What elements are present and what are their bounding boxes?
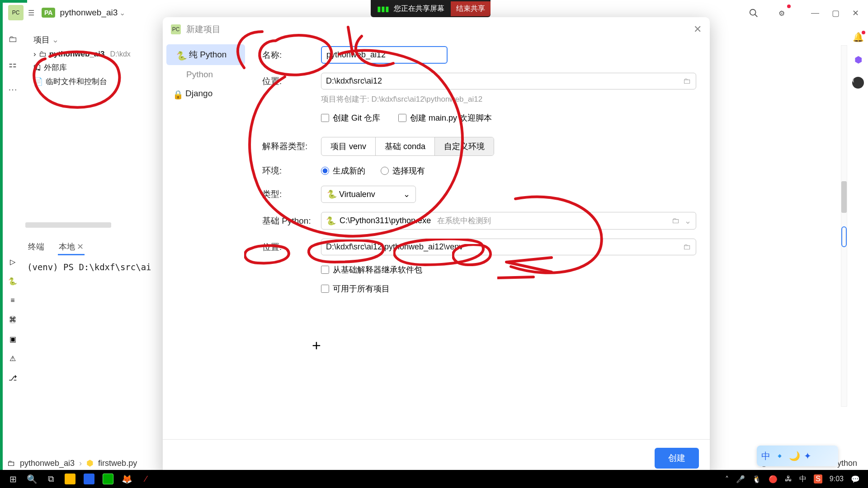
seg-base-conda[interactable]: 基础 conda [376, 137, 435, 155]
checkbox-create-git[interactable]: 创建 Git 仓库 [321, 113, 380, 123]
file-explorer-icon[interactable] [61, 470, 80, 488]
pycharm-taskbar-icon[interactable] [99, 470, 118, 488]
project-avatar: PA [42, 8, 55, 18]
tab-terminal[interactable]: 终端 [27, 239, 45, 255]
django-icon: 🔒 [173, 89, 181, 98]
label-environment: 环境: [262, 165, 321, 177]
svg-line-1 [755, 14, 758, 17]
run-tool-icon[interactable]: ▷ [10, 258, 15, 266]
more-tool-icon[interactable]: ⋯ [5, 82, 20, 97]
action-center-icon[interactable]: 💬 [851, 475, 860, 483]
minimize-icon[interactable]: — [811, 8, 819, 18]
taskbar-search-icon[interactable]: 🔍 [23, 470, 42, 488]
label-venv-location: 位置: [262, 241, 321, 253]
creation-path-hint: 项目将创建于: D:\kdxf\src\ai12\pythonweb_ai12 [321, 94, 696, 104]
maximize-icon[interactable]: ▢ [832, 8, 840, 18]
chevron-down-icon: ⌄ [403, 189, 410, 199]
browse-folder-icon[interactable]: 🗀 [672, 216, 680, 226]
breadcrumb-file[interactable]: firstweb.py [98, 459, 137, 468]
type-select[interactable]: 🐍 Virtualenv⌄ [321, 186, 416, 203]
python-icon: 🐍 [326, 216, 336, 226]
tray-app-icon[interactable]: 🔴 [769, 475, 778, 483]
seg-project-venv[interactable]: 项目 venv [321, 137, 376, 155]
collapse-panel-icon[interactable]: ‹ [852, 77, 864, 89]
pycharm-icon: PC [171, 24, 181, 34]
notifications-icon[interactable]: 🔔 [853, 32, 864, 42]
chevron-right-icon[interactable]: › [33, 50, 36, 59]
tray-mic-icon[interactable]: 🎤 [736, 475, 745, 483]
layers-tool-icon[interactable]: ≡ [10, 296, 14, 305]
taskbar-app-icon[interactable]: ⁄ [137, 470, 156, 488]
breadcrumb: 🗀 pythonweb_ai3 › ⬢ firstweb.py [7, 458, 137, 468]
browse-folder-icon[interactable]: 🗀 [683, 242, 691, 252]
start-button[interactable]: ⊞ [4, 470, 23, 488]
new-project-dialog: PC 新建项目 ✕ 🐍纯 Python Python 🔒Django 名称: p… [163, 17, 710, 477]
base-python-input[interactable]: 🐍 C:\Python311\python.exe 在系统中检测到 🗀⌄ [321, 212, 696, 230]
label-base-python: 基础 Python: [262, 215, 321, 227]
folder-tool-icon[interactable]: 🗀 [5, 32, 20, 46]
tray-app-icon[interactable]: 🐧 [752, 475, 761, 483]
problems-tool-icon[interactable]: ⚠ [9, 354, 16, 363]
project-name[interactable]: pythonweb_ai3 [60, 8, 118, 18]
git-tool-icon[interactable]: ⎇ [9, 374, 17, 382]
hamburger-icon[interactable]: ☰ [24, 5, 39, 20]
ime-widget[interactable]: 中🔹🌙✦ [757, 446, 838, 466]
template-django[interactable]: 🔒Django [163, 84, 249, 103]
browse-folder-icon[interactable]: 🗀 [683, 76, 691, 86]
template-python[interactable]: Python [163, 65, 249, 84]
tray-chevron-icon[interactable]: ˄ [725, 475, 729, 483]
ai-assistant-icon[interactable]: ⬢ [854, 54, 862, 65]
tray-network-icon[interactable]: 🖧 [785, 475, 792, 483]
radio-select-existing[interactable]: 选择现有 [381, 165, 425, 176]
location-input[interactable]: D:\kdxf\src\ai12🗀 [321, 73, 696, 89]
structure-tool-icon[interactable]: ⚏ [5, 57, 20, 71]
taskbar: ⊞ 🔍 ⧉ 🦊 ⁄ ˄ 🎤 🐧 🔴 🖧 中 S 9:03 💬 [0, 470, 868, 488]
scratches[interactable]: 📄 临时文件和控制台 [25, 75, 161, 89]
folder-icon: 🗀 [7, 459, 15, 468]
terminal-tool-icon[interactable]: ▣ [9, 335, 16, 343]
taskbar-app-icon[interactable] [80, 470, 99, 488]
pycharm-icon: PC [8, 5, 24, 20]
python-icon: 🐍 [176, 51, 184, 59]
task-view-icon[interactable]: ⧉ [42, 470, 61, 488]
dialog-close-icon[interactable]: ✕ [693, 23, 702, 35]
tab-close-icon[interactable]: ✕ [77, 242, 84, 251]
services-tool-icon[interactable]: ⌘ [9, 315, 16, 324]
create-button[interactable]: 创建 [655, 448, 699, 469]
library-icon: 🕮 [33, 63, 41, 72]
horizontal-scrollbar[interactable] [25, 222, 111, 228]
label-location: 位置: [262, 75, 321, 87]
close-icon[interactable]: ✕ [852, 8, 859, 18]
terminal-output[interactable]: (venv) PS D:\kdxf\src\ai [27, 262, 151, 272]
scratch-icon: 📄 [33, 77, 43, 86]
checkbox-create-main[interactable]: 创建 main.py 欢迎脚本 [398, 113, 492, 123]
project-panel-header[interactable]: 项目 ⌄ [25, 32, 161, 48]
project-root[interactable]: › 🗀 pythonweb_ai3 D:\kdx [25, 48, 161, 61]
python-file-icon: ⬢ [86, 458, 94, 468]
firefox-icon[interactable]: 🦊 [118, 470, 137, 488]
chevron-down-icon[interactable]: ⌄ [684, 216, 691, 226]
settings-icon[interactable]: ⚙ [774, 5, 789, 21]
label-name: 名称: [262, 49, 321, 61]
ime-indicator[interactable]: 中 [799, 474, 807, 484]
clock[interactable]: 9:03 [830, 475, 844, 483]
external-libraries[interactable]: 🕮 外部库 [25, 61, 161, 75]
radio-generate-new[interactable]: 生成新的 [321, 165, 365, 176]
name-input[interactable]: pythonweb_ai12 [321, 46, 448, 64]
seg-custom-env[interactable]: 自定义环境 [435, 137, 494, 155]
tab-local[interactable]: 本地✕ [58, 239, 85, 255]
cursor-crosshair-icon: + [312, 337, 321, 354]
sogou-ime-icon[interactable]: S [814, 474, 822, 483]
interpreter-type-segment: 项目 venv 基础 conda 自定义环境 [321, 137, 494, 156]
search-icon[interactable] [746, 5, 761, 21]
venv-location-input[interactable]: D:\kdxf\src\ai12\pythonweb_ai12\venv🗀 [321, 239, 696, 255]
python-tool-icon[interactable]: 🐍 [8, 277, 17, 286]
label-interpreter-type: 解释器类型: [262, 141, 321, 152]
checkbox-available-all-projects[interactable]: 可用于所有项目 [321, 283, 696, 294]
checkbox-inherit-packages[interactable]: 从基础解释器继承软件包 [321, 264, 696, 275]
breadcrumb-project[interactable]: pythonweb_ai3 [20, 459, 75, 468]
editor-scrollbar[interactable] [841, 45, 847, 407]
chevron-down-icon[interactable]: ⌄ [119, 9, 125, 17]
dialog-title: 新建项目 [186, 23, 221, 35]
template-pure-python[interactable]: 🐍纯 Python [166, 44, 245, 65]
